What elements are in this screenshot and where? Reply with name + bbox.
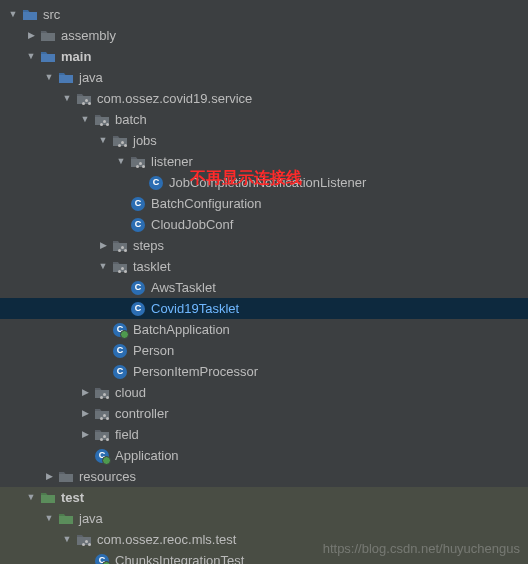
tree-row[interactable]: ▶CApplication	[0, 445, 528, 466]
tree-label: ChunksIntegrationTest	[115, 550, 244, 564]
tree-label: cloud	[115, 382, 146, 403]
expand-arrow-icon[interactable]: ▼	[24, 491, 38, 505]
folder-icon	[58, 511, 74, 527]
tree-label: com.ossez.covid19.service	[97, 88, 252, 109]
class-icon: C	[130, 196, 146, 212]
tree-label: resources	[79, 466, 136, 487]
folder-icon	[76, 91, 92, 107]
tree-label: Covid19Tasklet	[151, 298, 239, 319]
tree-row[interactable]: ▶CJobCompletionNotificationListener	[0, 172, 528, 193]
folder-icon	[40, 49, 56, 65]
tree-label: batch	[115, 109, 147, 130]
folder-icon	[94, 112, 110, 128]
tree-row[interactable]: ▼listener	[0, 151, 528, 172]
tree-row[interactable]: ▶CCovid19Tasklet	[0, 298, 528, 319]
tree-label: Application	[115, 445, 179, 466]
tree-label: BatchConfiguration	[151, 193, 262, 214]
tree-row[interactable]: ▶resources	[0, 466, 528, 487]
tree-label: CloudJobConf	[151, 214, 233, 235]
tree-row[interactable]: ▼jobs	[0, 130, 528, 151]
tree-label: java	[79, 508, 103, 529]
folder-icon	[76, 532, 92, 548]
tree-label: Person	[133, 340, 174, 361]
expand-arrow-icon[interactable]: ▼	[60, 533, 74, 547]
collapse-arrow-icon[interactable]: ▶	[24, 29, 38, 43]
tree-row[interactable]: ▶CCloudJobConf	[0, 214, 528, 235]
tree-label: JobCompletionNotificationListener	[169, 172, 366, 193]
collapse-arrow-icon[interactable]: ▶	[78, 386, 92, 400]
folder-icon	[94, 406, 110, 422]
expand-arrow-icon[interactable]: ▼	[42, 512, 56, 526]
tree-row[interactable]: ▼batch	[0, 109, 528, 130]
tree-row[interactable]: ▶field	[0, 424, 528, 445]
expand-arrow-icon[interactable]: ▼	[60, 92, 74, 106]
tree-row[interactable]: ▶assembly	[0, 25, 528, 46]
tree-label: PersonItemProcessor	[133, 361, 258, 382]
class-icon: C	[112, 322, 128, 338]
tree-label: controller	[115, 403, 168, 424]
tree-label: src	[43, 4, 60, 25]
collapse-arrow-icon[interactable]: ▶	[96, 239, 110, 253]
tree-label: steps	[133, 235, 164, 256]
folder-icon	[112, 238, 128, 254]
collapse-arrow-icon[interactable]: ▶	[78, 407, 92, 421]
class-icon: C	[130, 217, 146, 233]
tree-row[interactable]: ▶CAwsTasklet	[0, 277, 528, 298]
folder-icon	[22, 7, 38, 23]
tree-label: listener	[151, 151, 193, 172]
folder-icon	[112, 259, 128, 275]
tree-label: AwsTasklet	[151, 277, 216, 298]
tree-row[interactable]: ▼com.ossez.reoc.mls.test	[0, 529, 528, 550]
folder-icon	[94, 385, 110, 401]
class-icon: C	[112, 364, 128, 380]
folder-icon	[40, 28, 56, 44]
tree-row[interactable]: ▼com.ossez.covid19.service	[0, 88, 528, 109]
class-icon: C	[148, 175, 164, 191]
tree-row[interactable]: ▶CBatchApplication	[0, 319, 528, 340]
tree-row[interactable]: ▼src	[0, 4, 528, 25]
folder-icon	[94, 427, 110, 443]
class-icon: C	[94, 553, 110, 565]
class-icon: C	[94, 448, 110, 464]
tree-label: field	[115, 424, 139, 445]
tree-row[interactable]: ▼java	[0, 508, 528, 529]
tree-row[interactable]: ▶cloud	[0, 382, 528, 403]
expand-arrow-icon[interactable]: ▼	[114, 155, 128, 169]
tree-row[interactable]: ▶CChunksIntegrationTest	[0, 550, 528, 564]
tree-label: tasklet	[133, 256, 171, 277]
class-icon: C	[112, 343, 128, 359]
expand-arrow-icon[interactable]: ▼	[6, 8, 20, 22]
collapse-arrow-icon[interactable]: ▶	[42, 470, 56, 484]
tree-row[interactable]: ▶CPerson	[0, 340, 528, 361]
tree-label: test	[61, 487, 84, 508]
expand-arrow-icon[interactable]: ▼	[96, 260, 110, 274]
tree-row[interactable]: ▼test	[0, 487, 528, 508]
class-icon: C	[130, 301, 146, 317]
tree-label: jobs	[133, 130, 157, 151]
tree-label: java	[79, 67, 103, 88]
tree-label: main	[61, 46, 91, 67]
tree-row[interactable]: ▶controller	[0, 403, 528, 424]
tree-label: assembly	[61, 25, 116, 46]
tree-row[interactable]: ▶CPersonItemProcessor	[0, 361, 528, 382]
tree-row[interactable]: ▼java	[0, 67, 528, 88]
folder-icon	[130, 154, 146, 170]
tree-row[interactable]: ▼tasklet	[0, 256, 528, 277]
tree-row[interactable]: ▼main	[0, 46, 528, 67]
folder-icon	[58, 70, 74, 86]
folder-icon	[58, 469, 74, 485]
class-icon: C	[130, 280, 146, 296]
expand-arrow-icon[interactable]: ▼	[24, 50, 38, 64]
tree-row[interactable]: ▶steps	[0, 235, 528, 256]
project-tree: ▼src▶assembly▼main▼java▼com.ossez.covid1…	[0, 0, 528, 564]
folder-icon	[112, 133, 128, 149]
tree-label: BatchApplication	[133, 319, 230, 340]
tree-label: com.ossez.reoc.mls.test	[97, 529, 236, 550]
expand-arrow-icon[interactable]: ▼	[96, 134, 110, 148]
expand-arrow-icon[interactable]: ▼	[78, 113, 92, 127]
tree-row[interactable]: ▶CBatchConfiguration	[0, 193, 528, 214]
expand-arrow-icon[interactable]: ▼	[42, 71, 56, 85]
folder-icon	[40, 490, 56, 506]
collapse-arrow-icon[interactable]: ▶	[78, 428, 92, 442]
